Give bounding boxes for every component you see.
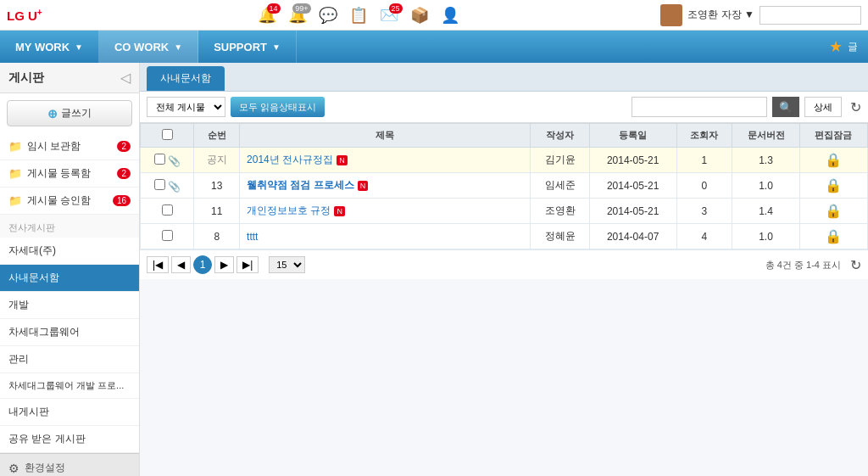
row-author: 조영환 (531, 199, 589, 224)
tab-company-docs[interactable]: 사내문서함 (147, 66, 225, 91)
sidebar-item-dev[interactable]: 개발 (0, 292, 139, 319)
sidebar-item-register[interactable]: 📁 게시물 등록함 2 (0, 160, 139, 188)
col-date: 등록일 (589, 124, 676, 148)
sidebar-item-myboard[interactable]: 내게시판 (0, 399, 139, 426)
sidebar-env[interactable]: ⚙ 환경설정 (0, 453, 139, 476)
page-1-button[interactable]: 1 (193, 255, 212, 274)
attach-icon: 📎 (165, 155, 181, 167)
top-right: 조영환 자장 ▼ (660, 4, 861, 26)
col-views: 조회자 (676, 124, 732, 148)
search-input[interactable] (632, 97, 767, 117)
col-checkbox (141, 124, 194, 148)
write-btn-label: 글쓰기 (61, 106, 92, 120)
sidebar-label-devpro: 차세대그룹웨어 개발 프로... (8, 379, 124, 392)
tab-label: 사내문서함 (160, 72, 211, 84)
row-checkbox[interactable] (154, 179, 165, 190)
row-checkbox-cell (141, 199, 194, 224)
nav-support[interactable]: SUPPORT ▼ (198, 31, 297, 63)
row-checkbox[interactable] (162, 204, 173, 216)
select-all-checkbox[interactable] (162, 129, 173, 140)
row-views: 0 (676, 173, 732, 199)
row-author: 김기윤 (531, 148, 589, 173)
page-last-button[interactable]: ▶| (236, 256, 259, 273)
table-row: 📎13웰취약점 점검 프로세스N임세준2014-05-2101.0🔒 (141, 173, 868, 199)
nav-mywork[interactable]: MY WORK ▼ (0, 31, 99, 63)
page-first-button[interactable]: |◀ (147, 256, 169, 273)
count-badge-approve: 16 (113, 195, 131, 206)
row-title[interactable]: 웰취약점 점검 프로세스N (240, 173, 531, 199)
row-title[interactable]: 개인정보보호 규정N (240, 199, 531, 224)
sidebar-item-jaesang2[interactable]: 차세대그룹웨어 (0, 319, 139, 346)
row-checkbox[interactable] (162, 230, 173, 241)
sidebar-item-jaesang[interactable]: 자세대(주) (0, 238, 139, 265)
top-search-input[interactable] (760, 6, 861, 25)
row-lock[interactable]: 🔒 (799, 199, 867, 224)
sidebar-item-temp[interactable]: 📁 임시 보관함 2 (0, 133, 139, 160)
nav-cowork[interactable]: CO WORK ▼ (99, 31, 198, 63)
bell-icon-1[interactable]: 🔔 14 (253, 3, 281, 27)
mail-badge: 25 (389, 3, 403, 14)
user-name[interactable]: 조영환 자장 ▼ (687, 8, 754, 22)
filter-select[interactable]: 전체 게시물 (147, 97, 225, 117)
search-button[interactable]: 🔍 (772, 97, 799, 117)
sidebar-item-devpro[interactable]: 차세대그룹웨어 개발 프로... (0, 373, 139, 399)
sidebar-header: 게시판 ◁ (0, 63, 139, 93)
sidebar-item-shared[interactable]: 공유 받은 게시판 (0, 426, 139, 453)
top-bar: LG U+ 🔔 14 🔔 99+ 💬 📋 ✉️ 25 📦 👤 조영환 자장 ▼ (0, 0, 868, 31)
env-label: 환경설정 (25, 461, 65, 475)
nav-support-label: SUPPORT (214, 41, 267, 53)
filter-read-button[interactable]: 모두 읽음상태표시 (231, 97, 325, 117)
tab-bar: 사내문서함 (140, 63, 868, 92)
row-lock[interactable]: 🔒 (799, 173, 867, 199)
table-container: 순번 제목 작성자 등록일 조회자 문서버전 편집잠금 📎공지2014년 전사규… (140, 123, 868, 249)
write-button[interactable]: ⊕ 글쓰기 (7, 100, 132, 126)
row-views: 3 (676, 199, 732, 224)
row-checkbox[interactable] (154, 154, 165, 165)
logo: LG U+ (7, 8, 42, 23)
page-refresh-icon[interactable]: ↻ (850, 257, 861, 273)
row-lock[interactable]: 🔒 (799, 224, 867, 249)
sidebar-label-myboard: 내게시판 (8, 405, 49, 419)
bell-badge-1: 14 (267, 3, 281, 14)
new-badge: N (334, 206, 345, 216)
page-prev-button[interactable]: ◀ (171, 256, 191, 273)
row-version: 1.0 (732, 173, 800, 199)
bell-badge-2: 99+ (292, 3, 310, 14)
row-title[interactable]: tttt (240, 224, 531, 249)
toolbar: 전체 게시물 모두 읽음상태표시 🔍 상세 ↻ (140, 92, 868, 123)
row-lock[interactable]: 🔒 (799, 148, 867, 173)
data-table: 순번 제목 작성자 등록일 조회자 문서버전 편집잠금 📎공지2014년 전사규… (140, 123, 868, 249)
row-author: 임세준 (531, 173, 589, 199)
mail-icon[interactable]: ✉️ 25 (376, 3, 403, 27)
pagination: |◀ ◀ 1 ▶ ▶| 15 총 4건 중 1-4 표시 ↻ (140, 249, 868, 279)
sidebar-item-company[interactable]: 사내문서함 (0, 265, 139, 292)
sidebar-title: 게시판 (8, 70, 44, 86)
row-date: 2014-04-07 (589, 224, 676, 249)
bell-icon-2[interactable]: 🔔 99+ (284, 3, 311, 27)
refresh-icon[interactable]: ↻ (850, 99, 861, 115)
folder-icon-approve: 📁 (8, 194, 22, 207)
sidebar-label-shared: 공유 받은 게시판 (8, 432, 86, 446)
box-icon[interactable]: 📦 (406, 3, 433, 27)
row-order: 11 (194, 199, 240, 224)
sidebar-item-management[interactable]: 관리 (0, 346, 139, 373)
row-version: 1.0 (732, 224, 800, 249)
plus-icon: ⊕ (47, 107, 58, 120)
row-title[interactable]: 2014년 전사규정집N (240, 148, 531, 173)
page-next-button[interactable]: ▶ (214, 256, 234, 273)
star-icon: ★ (829, 37, 843, 56)
chat-icon[interactable]: 💬 (314, 3, 342, 27)
table-head: 순번 제목 작성자 등록일 조회자 문서버전 편집잠금 (141, 124, 868, 148)
main-layout: 게시판 ◁ ⊕ 글쓰기 📁 임시 보관함 2 📁 게시물 등록함 2 📁 게시물… (0, 63, 868, 476)
page-size-select[interactable]: 15 (269, 256, 305, 273)
doc-icon[interactable]: 📋 (345, 3, 372, 27)
person-icon[interactable]: 👤 (437, 3, 464, 27)
detail-button[interactable]: 상세 (804, 97, 842, 117)
sidebar-collapse-icon[interactable]: ◁ (120, 70, 131, 86)
table-header-row: 순번 제목 작성자 등록일 조회자 문서버전 편집잠금 (141, 124, 868, 148)
nav-right-label[interactable]: 글 (848, 40, 858, 54)
nav-cowork-label: CO WORK (114, 41, 169, 53)
sidebar-item-approve[interactable]: 📁 게시물 승인함 16 (0, 188, 139, 215)
row-title-text: 웰취약점 점검 프로세스 (247, 179, 354, 191)
nav-right[interactable]: ★ 글 (819, 31, 868, 63)
